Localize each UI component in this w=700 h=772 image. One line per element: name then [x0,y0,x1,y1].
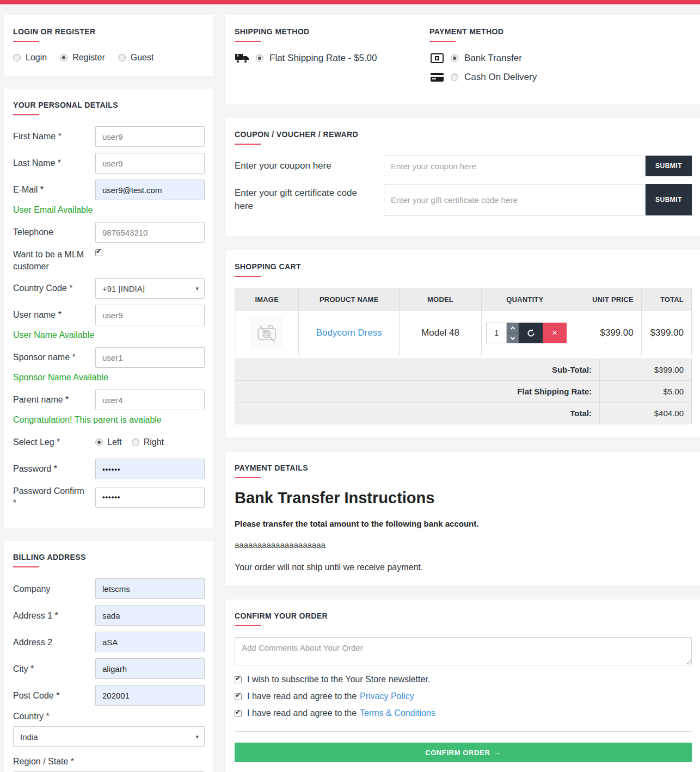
totals-value: $5.00 [599,380,692,403]
personal-details-panel: YOUR PERSONAL DETAILS First Name * Last … [4,89,213,528]
password-confirm-field[interactable] [95,487,205,508]
panel-title: LOGIN OR REGISTER [13,27,205,36]
chevron-down-icon: ▾ [195,733,199,740]
radio-icon[interactable] [256,54,263,62]
title-underline [235,477,261,478]
column-header: UNIT PRICE [568,288,641,311]
email-label: E-Mail * [13,184,95,196]
coupon-input[interactable] [384,156,646,176]
coupon-submit-button[interactable]: SUBMIT [646,156,692,176]
line-total: $399.00 [641,311,691,355]
gift-certificate-submit-button[interactable]: SUBMIT [646,184,692,215]
radio-icon[interactable] [95,439,103,446]
privacy-policy-checkbox[interactable] [235,693,242,700]
update-quantity-button[interactable] [519,323,543,343]
leg-left-radio-option[interactable]: Left [95,437,122,447]
register-label: Register [72,53,105,63]
panel-title: BILLING ADDRESS [13,553,205,561]
parent-name-field[interactable] [95,390,205,410]
first-name-field[interactable] [95,126,205,147]
left-column: LOGIN OR REGISTER Login Register Guest Y [4,15,213,772]
title-underline [235,625,261,626]
newsletter-checkbox[interactable] [235,676,242,683]
region-label: Region / State * [13,757,205,767]
quantity-up-button[interactable] [507,323,519,333]
title-underline [429,41,456,42]
product-image-placeholder [250,317,283,349]
product-name-link[interactable]: Bodycorn Dress [316,328,382,338]
coupon-label: Enter your coupon here [235,159,384,172]
shipping-option-row[interactable]: Flat Shipping Rate - $5.00 [235,53,429,64]
first-name-label: First Name * [13,131,95,143]
radio-icon[interactable] [451,54,458,62]
title-underline [235,41,261,42]
payment-method-section: PAYMENT METHOD P Bank Transfer [429,27,692,91]
leg-right-radio-option[interactable]: Right [132,437,164,447]
bank-transfer-heading: Bank Transfer Instructions [235,489,692,507]
radio-icon[interactable] [13,54,21,61]
telephone-label: Telephone [13,226,95,238]
login-radio-option[interactable]: Login [13,53,47,63]
top-accent-bar [0,0,700,4]
username-field[interactable] [95,305,205,325]
address2-field[interactable] [95,632,205,652]
parent-name-label: Parent name * [13,394,95,406]
username-label: User name * [13,309,95,321]
radio-icon[interactable] [118,54,126,61]
title-underline [13,41,39,42]
terms-agree-text: I have read and agree to the [247,708,357,718]
city-label: City * [13,663,95,675]
no-image-icon [255,322,278,344]
register-radio-option[interactable]: Register [60,53,105,63]
transfer-instruction: Please transfer the total amount to the … [235,519,692,528]
terms-checkbox[interactable] [235,710,242,717]
confirm-order-button[interactable]: CONFIRM ORDER → [235,743,692,762]
column-header: MODEL [400,288,482,311]
address1-label: Address 1 * [13,610,95,622]
cash-on-delivery-option-row[interactable]: Cash On Delivery [429,72,692,83]
card-p-icon: P [429,53,445,63]
privacy-policy-link[interactable]: Privacy Policy [360,691,414,701]
address1-field[interactable] [95,605,205,626]
totals-row: Sub-Total: $399.00 [235,359,692,381]
quantity-down-button[interactable] [507,333,519,343]
select-leg-label: Select Leg * [13,436,95,448]
country-select[interactable]: India ▾ [13,726,205,747]
radio-icon[interactable] [132,439,139,446]
guest-radio-option[interactable]: Guest [118,53,154,63]
radio-icon[interactable] [451,73,458,81]
email-field[interactable] [95,180,205,200]
remove-item-button[interactable]: × [543,323,567,343]
column-header: QUANTITY [482,288,568,311]
totals-label: Flat Shipping Rate: [235,380,600,403]
company-label: Company [13,583,95,595]
gift-certificate-input[interactable] [384,184,646,215]
bank-transfer-option-row[interactable]: P Bank Transfer [429,53,692,64]
postcode-field[interactable] [95,685,205,706]
methods-panel: SHIPPING METHOD [226,15,700,104]
last-name-field[interactable] [95,153,205,174]
bank-account-text: aaaaaaaaaaaaaaaaaaaa [235,540,692,549]
order-comments-textarea[interactable] [235,637,692,665]
country-code-select[interactable]: +91 [INDIA] ▾ [95,278,205,299]
company-field[interactable] [95,578,205,599]
terms-conditions-link[interactable]: Terms & Conditions [360,708,435,718]
totals-value: $404.00 [599,402,692,424]
cash-on-delivery-label: Cash On Delivery [464,72,537,83]
radio-icon[interactable] [60,54,67,61]
shipping-method-section: SHIPPING METHOD [235,27,429,91]
city-field[interactable] [95,658,205,679]
quantity-input[interactable] [486,323,507,343]
password-field[interactable] [95,459,205,479]
sponsor-name-field[interactable] [95,347,205,368]
telephone-field[interactable] [95,222,205,243]
totals-row: Total: $404.00 [235,402,692,424]
title-underline [235,276,261,277]
mlm-customer-checkbox[interactable] [95,249,102,256]
guest-label: Guest [131,53,154,63]
title-underline [235,144,261,145]
cart-table: IMAGE PRODUCT NAME MODEL QUANTITY UNIT P… [235,288,692,355]
column-header: IMAGE [235,288,299,311]
unit-price: $399.00 [568,311,641,355]
divider [235,731,692,732]
